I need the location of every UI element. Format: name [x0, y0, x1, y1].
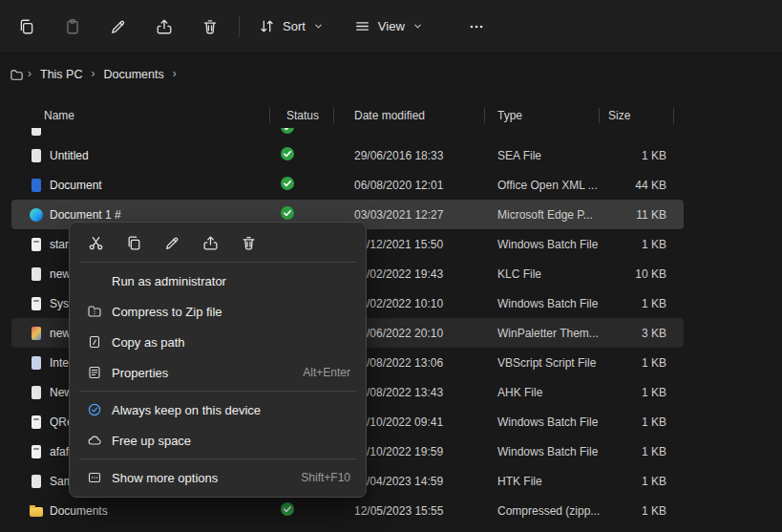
column-header-status[interactable]: Status [270, 103, 334, 128]
onedrive-synced-icon [280, 501, 295, 517]
file-status-cell [270, 501, 334, 520]
file-name: new [50, 327, 71, 340]
menu-item-properties[interactable]: Properties Alt+Enter [74, 357, 362, 388]
breadcrumb-item-this-pc[interactable]: This PC [33, 64, 89, 85]
file-name: Documents [50, 504, 108, 518]
copy-button[interactable] [8, 11, 46, 43]
rename-icon [164, 235, 180, 251]
show-more-options-icon [85, 469, 104, 486]
file-type: Windows Batch File [485, 415, 600, 429]
file-size: 1 KB [600, 504, 674, 518]
properties-icon [85, 364, 104, 381]
share-icon [202, 235, 219, 251]
breadcrumb-chevron-icon: › [28, 67, 32, 80]
breadcrumb-item-documents[interactable]: Documents [96, 64, 170, 85]
shortcut-hint: Shift+F10 [301, 471, 350, 484]
file-type-icon [29, 503, 44, 519]
menu-separator [79, 391, 356, 392]
file-date-modified: 03/03/2021 12:27 [334, 208, 485, 222]
file-row[interactable]: Untitled 29/06/2016 18:33 SEA File 1 KB [11, 140, 684, 170]
command-bar: Sort View [0, 0, 782, 53]
share-icon [156, 18, 173, 35]
file-type: HTK File [485, 475, 600, 488]
view-dropdown[interactable]: View [345, 11, 433, 43]
file-row[interactable]: Documents 12/05/2023 15:55 Compressed (z… [11, 496, 684, 525]
rename-button[interactable] [158, 228, 187, 257]
menu-item-free-up-space[interactable]: Free up space [74, 425, 362, 456]
share-button[interactable] [145, 11, 183, 43]
file-type-icon [29, 296, 44, 311]
rename-icon [110, 18, 127, 35]
file-type-icon [29, 474, 44, 489]
file-name: Document [50, 179, 102, 192]
file-type: AHK File [485, 386, 600, 399]
menu-item-show-more-options[interactable]: Show more options Shift+F10 [74, 462, 362, 493]
file-type-icon [29, 207, 44, 223]
cut-button[interactable] [81, 228, 111, 257]
file-date-modified: 12/05/2023 15:55 [334, 504, 485, 518]
paste-button[interactable] [53, 11, 92, 43]
file-status-cell [270, 128, 334, 138]
sort-icon [259, 18, 275, 34]
file-type-icon [29, 326, 44, 341]
file-type-icon [29, 148, 44, 163]
file-size: 1 KB [600, 297, 674, 310]
file-type: KLC File [485, 267, 600, 281]
menu-separator [79, 458, 356, 459]
file-size: 1 KB [600, 149, 674, 162]
menu-item-compress-to-zip[interactable]: Compress to Zip file [74, 296, 362, 327]
file-row[interactable]: Document 06/08/2020 12:01 Office Open XM… [11, 170, 684, 200]
file-type-icon [29, 178, 44, 193]
menu-item-run-as-administrator[interactable]: Run as administrator [74, 266, 362, 296]
menu-item-copy-as-path[interactable]: Copy as path [74, 327, 362, 357]
file-type-icon [29, 415, 44, 430]
copy-icon [126, 235, 142, 251]
paste-icon [64, 18, 81, 35]
copy-button[interactable] [119, 228, 149, 257]
file-date-modified: 06/08/2020 12:01 [334, 179, 485, 192]
chevron-down-icon [313, 21, 324, 32]
file-name: Untitled [50, 149, 89, 162]
file-type: VBScript Script File [485, 356, 600, 370]
menu-item-always-keep-on-device[interactable]: Always keep on this device [74, 394, 362, 425]
file-size: 3 KB [600, 327, 674, 340]
file-type-icon [29, 385, 44, 400]
file-name-cell: Document [11, 178, 270, 193]
cloud-icon [85, 432, 104, 449]
column-header-date-modified[interactable]: Date modified [334, 103, 485, 128]
onedrive-synced-icon [280, 205, 295, 221]
file-name-cell: Documents [11, 503, 270, 519]
onedrive-synced-icon [280, 128, 295, 135]
file-type-icon [29, 237, 44, 252]
copy-icon [18, 18, 35, 35]
file-size: 1 KB [600, 445, 674, 458]
column-header-name[interactable]: Name [11, 103, 270, 128]
file-type: Compressed (zipp... [485, 504, 600, 518]
delete-button[interactable] [234, 228, 264, 257]
breadcrumb-chevron-icon: › [173, 67, 177, 80]
onedrive-synced-icon [280, 146, 295, 161]
breadcrumb-chevron-icon: › [91, 67, 95, 80]
scissors-icon [88, 235, 104, 251]
file-date-modified: 29/06/2016 18:33 [334, 149, 485, 162]
file-row[interactable] [11, 128, 684, 140]
menu-separator [79, 262, 356, 263]
zip-folder-icon [85, 303, 104, 320]
rename-button[interactable] [99, 11, 137, 43]
file-name-cell [11, 128, 270, 137]
file-type: Office Open XML ... [485, 179, 600, 192]
file-size: 10 KB [600, 267, 674, 281]
sort-dropdown[interactable]: Sort [249, 11, 333, 43]
column-header-size[interactable]: Size [600, 103, 674, 128]
column-header-type[interactable]: Type [485, 103, 600, 128]
file-type-icon [29, 266, 44, 282]
share-button[interactable] [196, 228, 225, 257]
see-more-button[interactable] [457, 11, 496, 43]
context-menu: Run as administrator Compress to Zip fil… [69, 222, 367, 498]
file-name: afaf [50, 445, 69, 458]
shortcut-hint: Alt+Enter [303, 366, 350, 379]
file-type-icon [29, 444, 44, 459]
file-size: 11 KB [600, 208, 674, 222]
chevron-down-icon [412, 21, 423, 32]
delete-button[interactable] [191, 11, 229, 43]
